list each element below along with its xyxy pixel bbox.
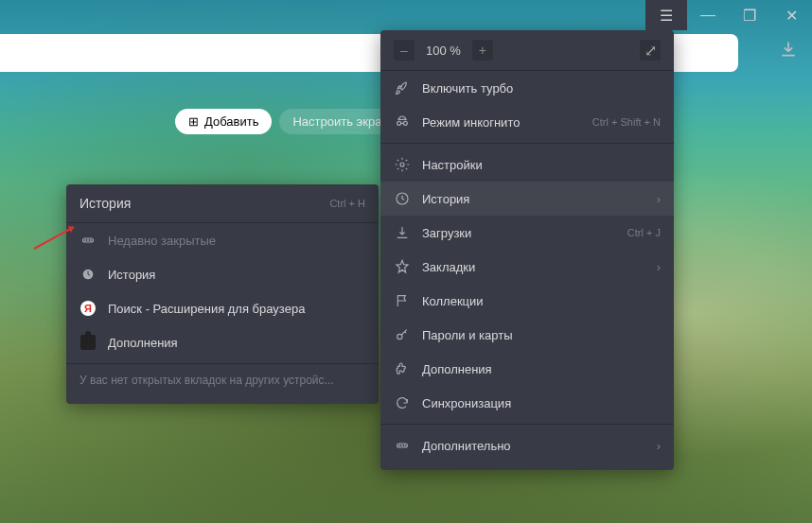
clock-filled-icon	[79, 266, 97, 283]
download-icon[interactable]	[779, 40, 798, 62]
menu-incognito[interactable]: Режим инкогнито Ctrl + Shift + N	[380, 105, 674, 139]
svg-point-9	[88, 240, 89, 241]
menu-label: Настройки	[422, 158, 483, 172]
download-icon	[394, 224, 411, 241]
menu-label: История	[422, 192, 469, 206]
key-icon	[394, 326, 411, 343]
zoom-out-button[interactable]: –	[394, 40, 415, 61]
menu-label: Дополнительно	[422, 439, 511, 453]
shortcut: Ctrl + J	[627, 227, 661, 238]
menu-addons[interactable]: Дополнения	[380, 352, 674, 386]
gear-icon	[394, 156, 411, 173]
menu-passwords[interactable]: Пароли и карты	[380, 318, 674, 352]
chevron-right-icon: ›	[657, 260, 661, 274]
menu-label: Режим инкогнито	[422, 115, 520, 130]
chevron-right-icon: ›	[657, 439, 661, 453]
more-icon	[394, 437, 411, 454]
menu-label: Загрузки	[422, 226, 471, 240]
submenu-title: История	[79, 196, 131, 211]
submenu-addons[interactable]: Дополнения	[66, 325, 379, 359]
maximize-button[interactable]: ❐	[729, 0, 770, 30]
rocket-icon	[394, 79, 411, 96]
menu-more[interactable]: Дополнительно ›	[380, 428, 674, 462]
sync-icon	[394, 394, 411, 411]
hamburger-menu-button[interactable]: ☰	[645, 0, 687, 30]
svg-point-8	[85, 240, 86, 241]
menu-sync[interactable]: Синхронизация	[380, 386, 674, 420]
menu-turbo[interactable]: Включить турбо	[380, 71, 674, 105]
fullscreen-button[interactable]: ⤢	[640, 40, 661, 61]
yandex-icon: Я	[79, 300, 97, 317]
clock-icon	[394, 190, 411, 207]
submenu-history-item[interactable]: История	[66, 257, 379, 291]
annotation-arrow	[26, 222, 83, 264]
page-toolbar: ⊞Добавить Настроить экра	[175, 109, 395, 134]
menu-label: Закладки	[422, 260, 475, 274]
main-menu: – 100 % + ⤢ Включить турбо Режим инкогни…	[380, 30, 674, 470]
menu-history[interactable]: История ›	[380, 182, 674, 216]
menu-label: Коллекции	[422, 294, 484, 308]
close-button[interactable]: ✕	[770, 0, 812, 30]
menu-label: Включить турбо	[422, 81, 513, 96]
minimize-button[interactable]: —	[687, 0, 729, 30]
shortcut: Ctrl + Shift + N	[592, 116, 661, 128]
flag-icon	[394, 292, 411, 309]
separator	[380, 424, 674, 425]
svg-point-4	[399, 445, 400, 446]
titlebar: ☰ — ❐ ✕	[645, 0, 812, 30]
zoom-in-button[interactable]: +	[472, 40, 493, 61]
svg-point-0	[400, 163, 404, 166]
incognito-icon	[394, 113, 411, 131]
submenu-header[interactable]: История Ctrl + H	[66, 184, 379, 223]
svg-point-5	[402, 445, 403, 446]
puzzle-icon	[394, 360, 411, 377]
add-button[interactable]: ⊞Добавить	[175, 109, 272, 134]
menu-settings[interactable]: Настройки	[380, 148, 674, 182]
svg-point-6	[404, 445, 405, 446]
star-icon	[394, 258, 411, 275]
submenu-label: Поиск - Расширения для браузера	[108, 302, 305, 316]
puzzle-icon	[79, 334, 97, 351]
separator	[380, 143, 674, 144]
submenu-footer: У вас нет открытых вкладок на других уст…	[66, 363, 379, 396]
submenu-search-extensions[interactable]: Я Поиск - Расширения для браузера	[66, 291, 379, 325]
chevron-right-icon: ›	[657, 192, 661, 206]
svg-point-2	[397, 334, 402, 339]
history-submenu: История Ctrl + H Недавно закрытые Истори…	[66, 184, 379, 404]
menu-label: Синхронизация	[422, 396, 511, 410]
menu-collections[interactable]: Коллекции	[380, 284, 674, 318]
shortcut: Ctrl + H	[329, 198, 365, 209]
zoom-row: – 100 % + ⤢	[380, 30, 674, 71]
submenu-label: Дополнения	[108, 336, 178, 350]
zoom-value: 100 %	[418, 44, 468, 58]
menu-bookmarks[interactable]: Закладки ›	[380, 250, 674, 284]
submenu-label: Недавно закрытые	[108, 234, 216, 248]
menu-label: Дополнения	[422, 362, 492, 376]
plus-icon: ⊞	[188, 114, 199, 129]
submenu-recent-closed[interactable]: Недавно закрытые	[66, 223, 379, 257]
submenu-label: История	[108, 268, 155, 282]
menu-downloads[interactable]: Загрузки Ctrl + J	[380, 216, 674, 250]
menu-label: Пароли и карты	[422, 328, 513, 342]
svg-point-10	[90, 240, 91, 241]
customize-button[interactable]: Настроить экра	[279, 109, 395, 134]
